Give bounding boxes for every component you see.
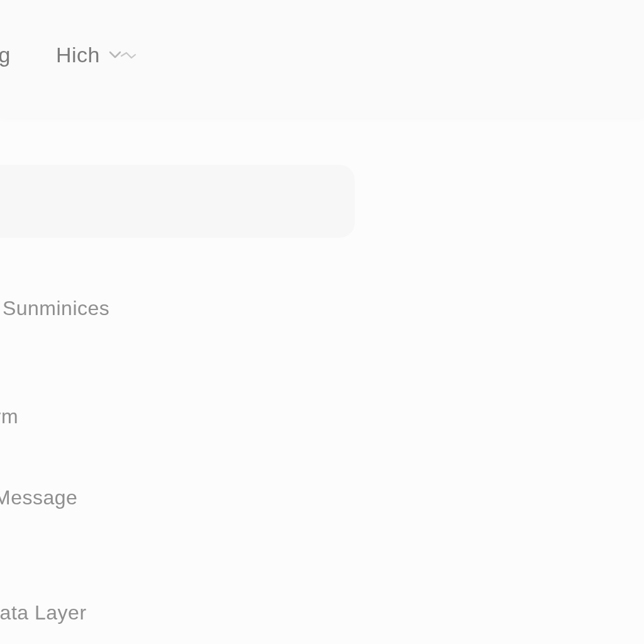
list-item[interactable]: Data Layer [0,601,109,625]
list-item-label: s Sunminices [0,297,109,319]
nav-item-0[interactable]: ing [0,43,11,67]
list-item-label: Data Layer [0,601,87,624]
nav-item-label: ing [0,43,11,67]
content-list: s Sunminices irrm Message Data Layer [0,297,109,625]
list-item[interactable]: s Sunminices [0,297,109,320]
nav-item-label: Hich [56,43,100,67]
content-placeholder-panel [0,165,355,238]
chevron-down-icon [109,49,136,62]
top-nav: ing Hich [0,43,136,67]
header-bar: ing Hich [0,0,644,118]
list-item[interactable]: irrm [0,405,109,428]
list-item-label: irrm [0,405,18,428]
list-item-label: Message [0,486,77,509]
nav-item-1[interactable]: Hich [56,43,136,67]
list-item[interactable]: Message [0,486,109,509]
